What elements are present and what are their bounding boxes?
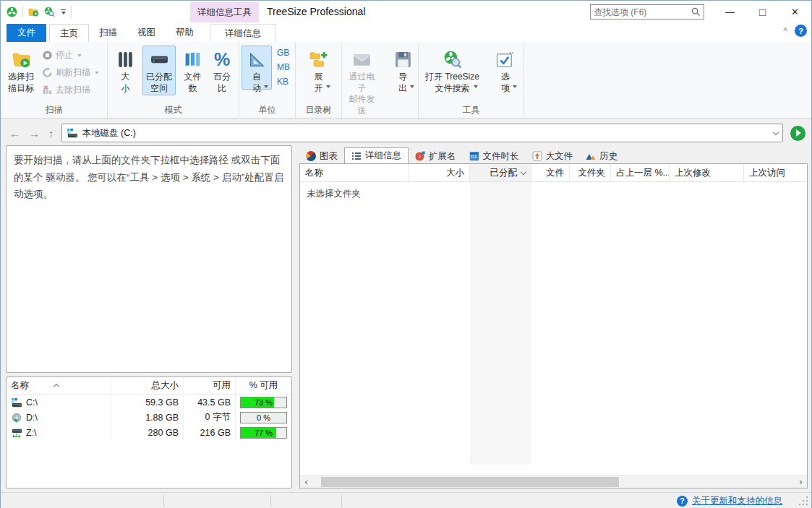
auto-unit-triangle-icon bbox=[247, 48, 267, 70]
extension-icon: ♪ bbox=[415, 151, 425, 161]
stop-button: 停止 bbox=[42, 49, 99, 61]
col-allocated[interactable]: 已分配 bbox=[470, 164, 531, 181]
email-icon bbox=[352, 48, 372, 70]
file-search-quick-icon[interactable] bbox=[44, 7, 55, 17]
sort-ascending-icon bbox=[54, 384, 59, 389]
horizontal-scrollbar[interactable]: ‹ › bbox=[300, 475, 807, 488]
collapse-ribbon-icon[interactable]: ^ bbox=[783, 26, 787, 36]
open-file-search-button[interactable]: 打开 TreeSize 文件搜索 bbox=[422, 46, 483, 90]
tab-scan[interactable]: 扫描 bbox=[89, 24, 127, 42]
tab-view[interactable]: 视图 bbox=[127, 24, 166, 42]
col-last-accessed[interactable]: 上次访问 bbox=[744, 164, 806, 181]
search-input[interactable] bbox=[594, 7, 691, 17]
col-files[interactable]: 文件 bbox=[531, 164, 570, 181]
drive-col-percent[interactable]: % 可用 bbox=[236, 377, 291, 394]
drive-row-d[interactable]: D:\ 1.88 GB 0 字节 0 % bbox=[7, 410, 291, 425]
ribbon-group-tools: 打开 TreeSize 文件搜索 选 项 工具 bbox=[419, 42, 524, 118]
scroll-right-icon[interactable]: › bbox=[795, 476, 807, 488]
mode-percent-button[interactable]: % 百分 比 bbox=[210, 46, 234, 95]
mode-file-count-button[interactable]: 文件 数 bbox=[179, 46, 206, 95]
remove-scan-icon bbox=[42, 85, 53, 95]
mode-allocated-button[interactable]: 已分配 空间 bbox=[142, 46, 176, 95]
update-support-link[interactable]: 关于更新和支持的信息 bbox=[692, 495, 782, 507]
path-text: 本地磁盘 (C:) bbox=[82, 127, 136, 139]
start-scan-go-button[interactable] bbox=[790, 126, 805, 141]
tab-large-files[interactable]: 大文件 bbox=[526, 149, 580, 164]
scrollbar-thumb[interactable] bbox=[321, 477, 619, 487]
hdd-drive-icon bbox=[11, 397, 22, 408]
unit-auto-button[interactable]: 自 动 bbox=[242, 46, 272, 90]
tab-file-age[interactable]: 文件时长 bbox=[463, 149, 526, 164]
maximize-button[interactable]: □ bbox=[746, 1, 779, 22]
scroll-left-icon[interactable]: ‹ bbox=[300, 476, 312, 488]
drive-list-header: 名称 总大小 可用 % 可用 bbox=[7, 377, 291, 395]
tab-history[interactable]: 历史 bbox=[579, 149, 624, 164]
expand-folders-icon bbox=[309, 48, 328, 70]
ribbon-tab-row: 文件 主页 扫描 视图 帮助 详细信息 bbox=[1, 22, 811, 42]
find-option-searchbox[interactable] bbox=[590, 4, 704, 20]
status-bar: ? 关于更新和支持的信息 bbox=[1, 492, 811, 508]
main-area: 要开始扫描，请从上面的文件夹下拉框中选择路径 或双击下面的某个 驱动器。 您可以… bbox=[1, 147, 811, 492]
drive-col-total[interactable]: 总大小 bbox=[111, 377, 184, 394]
scrollbar-track[interactable] bbox=[312, 476, 795, 488]
stop-icon bbox=[42, 50, 53, 61]
unit-kb-button[interactable]: KB bbox=[274, 76, 293, 87]
options-button[interactable]: 选 项 bbox=[490, 46, 521, 90]
customize-toolbar-dropdown-icon[interactable] bbox=[60, 9, 66, 14]
tab-extensions[interactable]: ♪ 扩展名 bbox=[409, 149, 463, 164]
address-bar: ← → ↑ 本地磁盘 (C:) bbox=[1, 119, 811, 147]
sort-dropdown-icon[interactable] bbox=[521, 168, 526, 174]
details-list-icon bbox=[351, 151, 362, 161]
unit-gb-button[interactable]: GB bbox=[274, 47, 293, 59]
update-help-icon: ? bbox=[677, 496, 688, 507]
tab-file[interactable]: 文件 bbox=[7, 24, 46, 42]
col-name[interactable]: 名称 bbox=[300, 164, 409, 181]
drive-list-panel: 名称 总大小 可用 % 可用 C:\ 59.3 GB 43.5 bbox=[6, 376, 292, 488]
combobox-dropdown-icon[interactable] bbox=[773, 129, 779, 134]
ribbon-group-scan: 选择扫 描目标 停止 刷新扫描 bbox=[1, 42, 108, 118]
tab-details-context[interactable]: 详细信息 bbox=[210, 24, 276, 42]
expand-button[interactable]: 展 开 bbox=[304, 46, 334, 90]
minimize-button[interactable]: — bbox=[714, 1, 746, 22]
path-combobox[interactable]: 本地磁盘 (C:) bbox=[61, 124, 784, 142]
group-label-mode: 模式 bbox=[108, 103, 239, 118]
allocated-drive-icon bbox=[150, 48, 169, 70]
unit-mb-button[interactable]: MB bbox=[274, 61, 293, 73]
resize-grip[interactable] bbox=[803, 500, 804, 501]
send-email-button: 通过电子 邮件发送 bbox=[342, 46, 382, 118]
tab-chart[interactable]: 图表 bbox=[299, 149, 344, 164]
nav-up-icon[interactable]: ↑ bbox=[48, 127, 54, 139]
titlebar: 详细信息工具 TreeSize Professional — □ ✕ bbox=[1, 1, 811, 22]
empty-message: 未选择文件夹 bbox=[307, 188, 361, 200]
export-floppy-icon bbox=[393, 48, 413, 70]
nav-forward-icon[interactable]: → bbox=[29, 127, 40, 139]
select-scan-target-button[interactable]: 选择扫 描目标 bbox=[4, 46, 38, 95]
big-file-up-icon bbox=[532, 151, 542, 161]
close-button[interactable]: ✕ bbox=[779, 1, 811, 22]
drive-row-z[interactable]: Z:\ 280 GB 216 GB 77 % bbox=[7, 425, 291, 440]
search-icon bbox=[691, 7, 701, 17]
window-title: TreeSize Professional bbox=[267, 1, 365, 22]
ribbon-group-mode: 大 小 已分配 空间 文件 数 % 百分 比 bbox=[108, 42, 239, 118]
refresh-icon bbox=[42, 67, 53, 78]
col-percent-parent[interactable]: 占上一层 %... bbox=[611, 164, 670, 181]
drive-col-name[interactable]: 名称 bbox=[7, 377, 111, 394]
history-mountains-icon bbox=[586, 151, 596, 161]
drive-row-c[interactable]: C:\ 59.3 GB 43.5 GB 73 % bbox=[7, 395, 291, 410]
col-last-modified[interactable]: 上次修改 bbox=[670, 164, 744, 181]
select-target-folder-icon bbox=[12, 48, 31, 70]
tab-home[interactable]: 主页 bbox=[49, 24, 89, 42]
help-icon[interactable]: ? bbox=[795, 25, 807, 37]
export-button[interactable]: 导 出 bbox=[388, 46, 418, 90]
mode-size-button[interactable]: 大 小 bbox=[112, 46, 139, 95]
tab-help[interactable]: 帮助 bbox=[166, 24, 204, 42]
nav-back-icon[interactable]: ← bbox=[9, 127, 20, 139]
select-scan-target-label: 选择扫 描目标 bbox=[8, 72, 34, 94]
col-folders[interactable]: 文件夹 bbox=[570, 164, 611, 181]
network-drive-icon bbox=[11, 428, 22, 438]
free-space-bar: 73 % bbox=[240, 397, 287, 408]
scan-folder-icon[interactable] bbox=[28, 7, 39, 17]
tab-details-view[interactable]: 详细信息 bbox=[344, 147, 409, 164]
drive-col-free[interactable]: 可用 bbox=[184, 377, 236, 394]
col-size[interactable]: 大小 bbox=[409, 164, 470, 181]
